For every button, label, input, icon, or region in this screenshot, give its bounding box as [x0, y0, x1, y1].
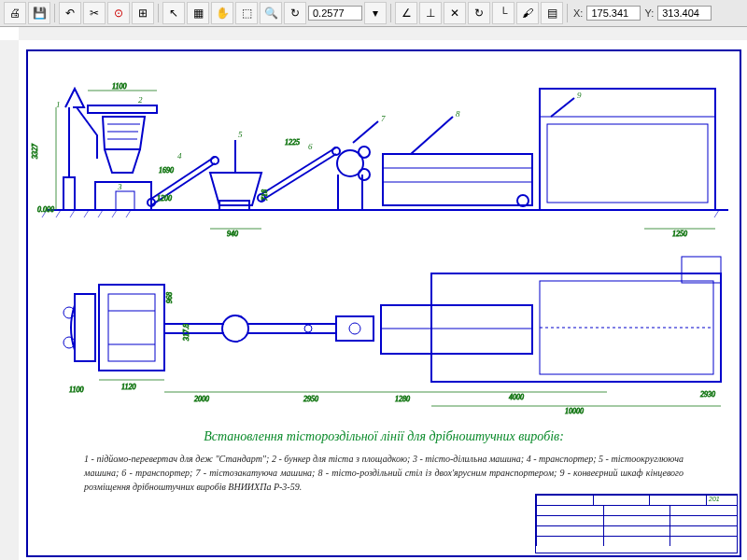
svg-text:10000: 10000 [565, 407, 584, 415]
svg-text:940: 940 [227, 230, 238, 238]
svg-text:5: 5 [238, 130, 243, 139]
zoom-fit-icon[interactable]: ⬚ [235, 2, 258, 24]
svg-text:1120: 1120 [121, 383, 135, 391]
svg-rect-67 [336, 316, 374, 341]
svg-rect-31 [547, 124, 708, 203]
pointer-icon[interactable]: ↖ [162, 2, 185, 24]
svg-text:1225: 1225 [285, 138, 300, 147]
coord-y-label: Y: [642, 7, 655, 19]
svg-text:1250: 1250 [672, 230, 687, 238]
undo-icon[interactable]: ↶ [59, 2, 81, 24]
svg-point-21 [332, 147, 340, 155]
coord-y-value[interactable]: 313.404 [657, 6, 712, 21]
svg-text:3327: 3327 [31, 143, 39, 160]
svg-rect-69 [381, 305, 532, 354]
svg-line-5 [98, 210, 103, 217]
svg-point-24 [359, 169, 370, 180]
svg-text:1280: 1280 [395, 395, 410, 403]
svg-line-6 [112, 210, 117, 217]
paint-icon[interactable]: 🖌 [516, 2, 539, 24]
svg-point-17 [211, 157, 218, 164]
grid-icon[interactable]: ⊞ [132, 2, 154, 24]
svg-text:7: 7 [381, 114, 386, 123]
svg-rect-15 [116, 191, 134, 210]
grid2-icon[interactable]: ▦ [187, 2, 209, 24]
svg-text:9: 9 [577, 91, 582, 100]
side-view: 1100 3327 0.000 1690 1200 940 1225 718 1… [28, 51, 740, 238]
svg-point-63 [222, 315, 248, 342]
svg-text:317.8: 317.8 [182, 324, 190, 342]
svg-text:4000: 4000 [509, 393, 524, 401]
svg-text:1100: 1100 [112, 82, 126, 91]
svg-text:2930: 2930 [700, 390, 715, 399]
svg-text:0.000: 0.000 [37, 205, 54, 214]
drawing-canvas[interactable]: 1100 3327 0.000 1690 1200 940 1225 718 1… [0, 27, 747, 560]
coord-x-label: X: [571, 7, 585, 19]
svg-line-7 [126, 210, 131, 217]
magnet-icon[interactable]: ⊙ [107, 2, 130, 24]
svg-point-66 [304, 325, 312, 332]
drawing-legend: 1 - підйомо-перевертач для деж "Стандарт… [28, 452, 740, 494]
drawing-title: Встановлення тістороздільної лінії для д… [28, 429, 740, 444]
svg-rect-54 [75, 294, 95, 361]
svg-line-2 [56, 210, 61, 217]
zoom-reset-icon[interactable]: ↻ [284, 2, 306, 24]
zoom-dropdown-icon[interactable]: ▾ [364, 2, 387, 24]
svg-text:1200: 1200 [157, 194, 172, 203]
drawing-sheet: 1100 3327 0.000 1690 1200 940 1225 718 1… [19, 40, 747, 560]
svg-rect-14 [88, 105, 157, 113]
svg-text:2950: 2950 [303, 395, 318, 403]
svg-point-68 [349, 323, 360, 334]
svg-text:4: 4 [177, 151, 182, 161]
title-block: 201 [535, 494, 738, 553]
svg-line-8 [714, 210, 719, 217]
svg-rect-29 [540, 89, 715, 210]
svg-text:1690: 1690 [159, 166, 174, 175]
corner-icon[interactable]: └ [492, 2, 514, 24]
drawing-frame: 1100 3327 0.000 1690 1200 940 1225 718 1… [26, 49, 741, 557]
layer-icon[interactable]: ▤ [541, 2, 563, 24]
perp-icon[interactable]: ⊥ [419, 2, 442, 24]
svg-text:968: 968 [165, 292, 174, 303]
svg-text:1: 1 [56, 100, 61, 109]
angle-icon[interactable]: ∠ [395, 2, 417, 24]
main-toolbar: 🖨 💾 ↶ ✂ ⊙ ⊞ ↖ ▦ ✋ ⬚ 🔍 ↻ 0.2577 ▾ ∠ ⊥ ✕ ↻… [0, 0, 747, 27]
svg-rect-9 [63, 177, 75, 210]
zoom-in-icon[interactable]: 🔍 [260, 2, 282, 24]
svg-rect-10 [95, 182, 151, 210]
svg-text:3: 3 [117, 182, 122, 191]
svg-rect-58 [108, 294, 155, 361]
ruler-horizontal [19, 27, 747, 41]
svg-text:6: 6 [308, 142, 313, 151]
plan-view: 968 317.8 1100 1120 2000 2950 1280 4000 … [28, 247, 740, 415]
svg-text:718: 718 [261, 189, 269, 201]
svg-text:1100: 1100 [69, 385, 83, 394]
svg-line-3 [70, 210, 75, 217]
print-icon[interactable]: 🖨 [4, 2, 26, 24]
zoom-value[interactable]: 0.2577 [308, 6, 362, 21]
hand-icon[interactable]: ✋ [211, 2, 233, 24]
ruler-vertical [0, 40, 20, 560]
svg-rect-74 [682, 257, 721, 283]
svg-text:2: 2 [138, 95, 143, 105]
svg-line-4 [84, 210, 89, 217]
legend-block: Встановлення тістороздільної лінії для д… [28, 429, 740, 494]
save-icon[interactable]: 💾 [28, 2, 50, 24]
svg-text:2000: 2000 [194, 395, 209, 403]
svg-rect-25 [383, 154, 532, 205]
cut-icon[interactable]: ✂ [83, 2, 106, 24]
svg-point-23 [359, 147, 370, 158]
coord-x-value[interactable]: 175.341 [586, 6, 641, 21]
refresh-icon[interactable]: ↻ [468, 2, 490, 24]
tool-icon[interactable]: ✕ [444, 2, 466, 24]
svg-text:8: 8 [456, 109, 460, 119]
